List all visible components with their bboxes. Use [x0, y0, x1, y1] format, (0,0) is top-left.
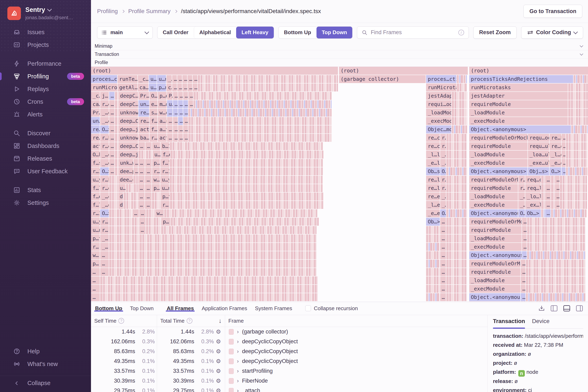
flame-frame[interactable]: Objec…mous> — [426, 126, 451, 134]
self-time-cell[interactable]: 30.39ms0.1% — [91, 376, 157, 386]
flame-frame[interactable] — [109, 201, 118, 209]
table-row-frame[interactable]: › deepCyclicCopyObject — [225, 356, 487, 366]
flame-frame[interactable]: ca…Fn — [138, 84, 148, 92]
flame-frame[interactable] — [109, 218, 139, 226]
flame-frame[interactable] — [566, 167, 588, 175]
expand-chevron-icon[interactable]: › — [237, 378, 239, 384]
sort-alphabetical[interactable]: Alphabetical — [194, 26, 236, 38]
flame-frame[interactable]: r… — [100, 226, 109, 234]
flame-frame[interactable] — [109, 251, 317, 259]
sidebar-item-replays[interactable]: Replays — [0, 83, 91, 95]
flame-frame[interactable]: … — [182, 84, 187, 92]
flame-frame[interactable] — [452, 126, 467, 134]
flame-frame[interactable] — [115, 167, 118, 175]
flame-frame[interactable]: _execModule — [469, 117, 568, 125]
flame-frame[interactable] — [560, 184, 587, 192]
flame-frame[interactable]: … — [555, 201, 559, 209]
org-switcher[interactable]: Sentry jonas.badalic@sent… — [0, 0, 91, 26]
flame-frame[interactable]: re…l — [426, 184, 440, 192]
flame-frame[interactable] — [146, 218, 161, 226]
flame-frame[interactable]: (root) — [469, 67, 588, 75]
flame-frame[interactable]: re…ck — [426, 134, 440, 142]
flame-frame[interactable]: m…d — [158, 100, 167, 108]
flame-frame[interactable]: … — [178, 100, 183, 108]
flame-frame[interactable]: … — [440, 276, 446, 284]
flame-frame[interactable]: … — [138, 142, 145, 150]
flame-frame[interactable] — [527, 218, 585, 226]
flame-frame[interactable] — [541, 192, 545, 200]
flame-frame[interactable] — [446, 243, 467, 251]
self-time-cell[interactable]: 33.57ms0.1% — [91, 366, 157, 376]
flame-frame[interactable]: … — [178, 92, 183, 100]
flame-frame[interactable] — [526, 285, 585, 293]
flame-frame[interactable]: … — [522, 243, 527, 251]
flame-frame[interactable]: … — [555, 184, 559, 192]
sidebar-item-crons[interactable]: Cronsbeta — [0, 95, 91, 108]
flame-frame[interactable] — [426, 285, 440, 293]
flame-frame[interactable] — [457, 84, 467, 92]
flame-frame[interactable]: u…y — [91, 218, 100, 226]
flame-frame[interactable]: requireModule — [469, 184, 518, 192]
info-icon[interactable]: i — [458, 30, 464, 36]
flame-frame[interactable]: Pr…d — [91, 109, 100, 116]
flame-frame[interactable]: _l…e — [550, 150, 561, 158]
flame-frame[interactable]: … — [555, 176, 559, 184]
flame-frame[interactable] — [568, 92, 588, 100]
flame-frame[interactable]: … — [178, 109, 183, 116]
flame-frame[interactable]: s…r — [149, 109, 157, 116]
flame-frame[interactable] — [446, 184, 467, 192]
flame-frame[interactable] — [551, 176, 555, 184]
gear-icon[interactable]: ⚙ — [214, 368, 223, 374]
flamegraph-canvas[interactable]: (root)proces…ctionsrunTe…rnal_c…stu…nu…n… — [91, 67, 588, 302]
flame-frame[interactable]: (root) — [91, 67, 338, 75]
total-time-header[interactable]: Total Time ? ↓ — [157, 315, 225, 327]
flame-frame[interactable]: … — [521, 285, 526, 293]
flame-frame[interactable]: u…n — [91, 226, 100, 234]
flame-frame[interactable]: _c…t — [91, 92, 100, 100]
flame-frame[interactable] — [100, 293, 317, 301]
flame-frame[interactable]: ca…n — [91, 100, 100, 108]
flame-frame[interactable]: … — [522, 226, 527, 234]
flame-frame[interactable]: requi…odule — [426, 100, 451, 108]
flame-frame[interactable]: re…e — [550, 142, 561, 150]
flame-frame[interactable]: w… — [155, 209, 164, 217]
flame-frame[interactable]: r…1 — [160, 167, 169, 175]
flame-frame[interactable]: … — [109, 134, 115, 142]
flame-frame[interactable]: … — [440, 226, 446, 234]
find-frames-input[interactable]: Find Frames i — [357, 26, 469, 39]
flame-frame[interactable]: … — [522, 218, 527, 226]
flame-frame[interactable]: … — [188, 92, 193, 100]
flame-frame[interactable]: re…ck — [426, 142, 440, 150]
flame-frame[interactable]: … — [183, 117, 188, 125]
flame-frame[interactable]: r… — [440, 184, 446, 192]
sidebar-item-stats[interactable]: Stats — [0, 184, 91, 196]
flame-frame[interactable] — [109, 260, 317, 268]
flame-frame[interactable]: requireM…leOrMock — [469, 302, 520, 302]
flame-frame[interactable]: f…e — [161, 150, 170, 158]
flame-frame[interactable]: r… — [518, 176, 525, 184]
gear-icon[interactable]: ⚙ — [214, 387, 223, 392]
flame-frame[interactable]: u…y — [91, 176, 100, 184]
flame-frame[interactable]: c… — [166, 84, 172, 92]
flame-frame[interactable] — [541, 176, 545, 184]
flame-frame[interactable]: req…ck — [525, 176, 541, 184]
flame-frame[interactable]: requireModuleOrMock — [469, 260, 520, 268]
flame-frame[interactable] — [115, 92, 118, 100]
flame-frame[interactable]: b…1 — [161, 142, 169, 150]
dock-right-icon[interactable] — [576, 305, 583, 312]
flame-frame[interactable]: … — [138, 159, 145, 167]
collapse-recursion-checkbox[interactable] — [305, 306, 311, 311]
flame-frame[interactable]: … — [177, 84, 182, 92]
flame-frame[interactable] — [446, 226, 467, 234]
flame-frame[interactable] — [446, 159, 467, 167]
flame-frame[interactable]: … — [173, 109, 178, 116]
flame-frame[interactable] — [446, 251, 467, 259]
table-row-frame[interactable]: › (garbage collector) — [225, 327, 487, 337]
flame-frame[interactable] — [541, 209, 545, 217]
flame-frame[interactable]: a…t — [158, 126, 167, 134]
download-icon[interactable] — [538, 305, 545, 312]
flame-frame[interactable] — [170, 150, 323, 158]
flame-frame[interactable] — [188, 134, 332, 142]
total-time-cell[interactable]: 1.44s2.8% ⚙ — [157, 327, 225, 337]
flame-frame[interactable] — [574, 75, 588, 83]
